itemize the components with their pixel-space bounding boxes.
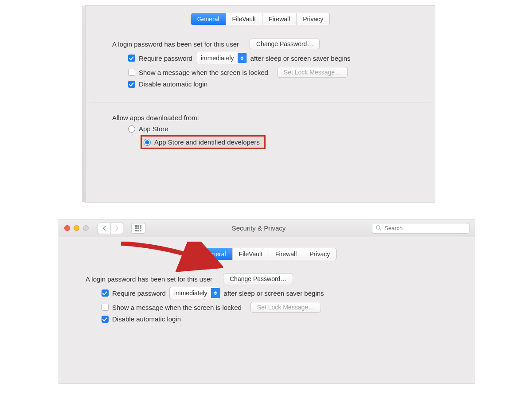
radio-app-store-identified[interactable] [144,139,151,146]
require-password-delay-select[interactable]: immediately [196,52,247,64]
chevron-right-icon [115,226,119,231]
require-password-tail-text: after sleep or screen saver begins [224,289,324,297]
tab-filevault[interactable]: FileVault [226,13,262,25]
radio-app-store[interactable] [128,125,135,133]
require-password-tail-text: after sleep or screen saver begins [250,55,351,62]
login-password-set-text: A login password has been set for this u… [112,40,239,48]
require-password-checkbox[interactable] [128,55,135,62]
close-window-button[interactable] [64,225,70,231]
allow-apps-section: Allow apps downloaded from: App Store Ap… [86,102,435,149]
tab-bar: General FileVault Firewall Privacy [86,13,435,25]
search-input[interactable] [384,225,466,231]
require-password-checkbox[interactable] [102,289,109,297]
disable-automatic-login-checkbox[interactable] [102,316,109,323]
tab-firewall[interactable]: Firewall [262,13,297,25]
grid-icon [135,225,141,231]
window-controls [64,225,89,231]
set-lock-message-button: Set Lock Message… [277,67,348,78]
back-button[interactable] [98,223,110,234]
tab-general[interactable]: General [191,13,226,25]
stepper-icon [211,288,220,298]
show-lock-message-checkbox[interactable] [102,304,109,311]
show-lock-message-label: Show a message when the screen is locked [139,69,268,76]
security-privacy-window: Security & Privacy General FileVault Fir… [59,219,475,384]
forward-button[interactable] [110,223,123,234]
change-password-button[interactable]: Change Password… [223,274,293,284]
back-forward-group [98,223,123,234]
require-password-label: Require password [139,55,192,62]
allow-apps-heading: Allow apps downloaded from: [112,114,199,121]
require-password-label: Require password [112,289,166,297]
require-password-delay-value: immediately [201,55,234,62]
login-password-section: A login password has been set for this u… [59,260,475,323]
tab-filevault[interactable]: FileVault [233,248,269,260]
annotation-highlight-box: App Store and identified developers [141,135,266,149]
disable-automatic-login-label: Disable automatic login [139,80,207,88]
show-all-prefs-button[interactable] [131,223,145,234]
disable-automatic-login-label: Disable automatic login [112,315,181,323]
change-password-button[interactable]: Change Password… [250,39,320,49]
tab-general[interactable]: General [198,248,233,260]
radio-app-store-label: App Store [139,125,168,133]
disable-automatic-login-checkbox[interactable] [128,81,135,88]
svg-line-1 [379,229,381,231]
set-lock-message-button: Set Lock Message… [250,302,321,313]
require-password-delay-value: immediately [174,289,207,297]
radio-app-store-identified-label: App Store and identified developers [154,138,260,146]
security-privacy-panel-cropped: General FileVault Firewall Privacy A log… [85,5,435,203]
tab-privacy[interactable]: Privacy [297,13,329,25]
search-field[interactable] [372,223,469,234]
zoom-window-button[interactable] [83,225,89,231]
tab-firewall[interactable]: Firewall [269,248,303,260]
require-password-delay-select[interactable]: immediately [169,287,220,299]
svg-point-0 [376,226,380,229]
chevron-left-icon [102,226,106,231]
stepper-icon [238,53,246,63]
show-lock-message-checkbox[interactable] [128,69,135,76]
tab-bar: General FileVault Firewall Privacy [59,248,475,260]
show-lock-message-label: Show a message when the screen is locked [112,304,242,311]
window-titlebar: Security & Privacy [59,219,475,237]
scroll-track-artifact [82,6,85,202]
tab-privacy[interactable]: Privacy [303,248,336,260]
window-title: Security & Privacy [150,224,368,232]
login-password-section: A login password has been set for this u… [86,25,435,88]
login-password-set-text: A login password has been set for this u… [86,275,212,283]
search-icon [376,225,382,231]
minimize-window-button[interactable] [74,225,79,231]
